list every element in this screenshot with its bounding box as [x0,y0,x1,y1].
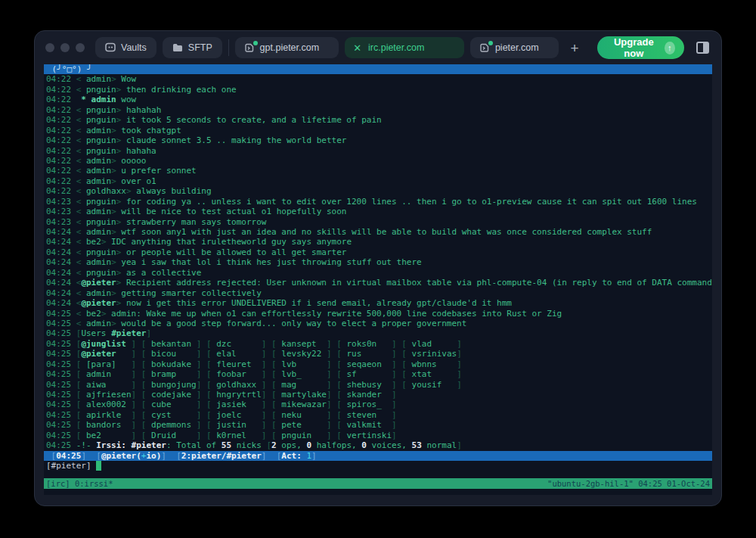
chat-line: 04:22 < pnguin> claude sonnet 3.5 .. mak… [44,135,712,145]
chat-line: 04:22 < admin> took chatgpt [44,126,712,135]
upgrade-now-button[interactable]: Upgrade now ↑ [597,36,684,59]
chat-line: 04:23 < admin> will be nice to test actu… [44,207,712,216]
tmux-session-window: [irc] 0:irssi* [46,478,113,489]
close-icon[interactable]: ✕ [353,42,361,54]
vault-icon [105,42,116,53]
chat-line: 04:23 < pnguin> for coding ya .. unless … [44,197,712,207]
chat-line: 04:22 < pnguin> it took 5 seconds to cre… [44,115,712,125]
host-icon [245,43,255,53]
chat-line: 04:25 [ aiwa ] [ bungojung] [ goldhaxx ]… [44,380,712,390]
tab-label: gpt.pieter.com [260,42,320,53]
tab-vaults[interactable]: Vaults [95,37,156,58]
terminal-app-window: Vaults SFTP gpt.pieter.com ✕ irc.pieter.… [34,30,722,506]
chat-line: 04:22 < pnguin> hahaha [44,146,712,156]
chat-line: 04:22 < pnguin> then drinking each one [44,85,712,95]
chat-line: 04:25 < admin> would be a good step forw… [44,319,712,328]
chat-line: 04:25 < be2> admin: Wake me up when o1 c… [44,309,712,319]
chat-line: 04:24 < admin> wtf soon any1 with just a… [44,227,712,237]
chat-line: 04:24 <@pieter> Recipient address reject… [44,278,712,288]
chat-line: 04:22 < admin> over o1 [44,176,712,186]
window-close-button[interactable] [45,43,54,52]
chat-line: 04:22 * admin wow [44,95,712,104]
window-minimize-button[interactable] [60,43,70,52]
chat-line: 04:25 [ [para] ] [ bokudake ] [ fleuret … [44,359,712,369]
chat-line: 04:22 < goldhaxx> always building [44,186,712,196]
chat-line: 04:22 < admin> Wow [44,74,712,84]
upgrade-arrow-icon: ↑ [665,42,675,54]
tab-irc-pieter-com-active[interactable]: ✕ irc.pieter.com [345,37,464,58]
chat-line: 04:24 < be2> IDC anything that irulethew… [44,237,712,247]
chat-line: 04:25 [ be2 ] [ Druid ] [ k0rnel ] [ png… [44,431,712,440]
chat-line: 04:22 < admin> ooooo [44,156,712,166]
tmux-host-and-clock: "ubuntu-2gb-hil-1" 04:25 01-Oct-24 [547,478,710,489]
online-status-dot [253,41,258,45]
topic-bar: (╯°□°) ╯ [44,64,712,74]
tab-label: irc.pieter.com [368,42,424,53]
chat-line: 04:24 < admin> getting smarter collectiv… [44,288,712,298]
tab-gpt-pieter-com[interactable]: gpt.pieter.com [235,37,339,58]
chat-line: 04:24 < pnguin> or people will be allowe… [44,247,712,257]
irssi-status-bar: [04:25] [@pieter(+io)] [2:pieter/#pieter… [44,451,712,461]
chat-line: 04:25 [Users #pieter] [44,328,712,338]
online-status-dot [488,41,493,45]
chat-line: 04:25 [@junglist ] [ bekantan ] [ dzc ] … [44,339,712,349]
chat-line: 04:25 [ apirkle ] [ cyst ] [ joelc ] [ n… [44,410,712,420]
tmux-status-bar: [irc] 0:irssi* "ubuntu-2gb-hil-1" 04:25 … [44,478,712,489]
irc-input-line[interactable]: [#pieter] [44,461,712,471]
window-zoom-button[interactable] [76,43,85,52]
host-icon [480,43,490,53]
chat-line: 04:24 <@pieter> now i get this error UND… [44,298,712,308]
terminal-output: (╯°□°) ╯04:22 < admin> Wow04:22 < pnguin… [44,64,712,471]
upgrade-label: Upgrade now [609,36,659,59]
chat-line: 04:25 [ admin ] [ bramp ] [ foobar ] [ l… [44,369,712,379]
chat-line: 04:25 -!- Irssi: #pieter: Total of 55 ni… [44,440,712,450]
tab-divider [228,39,229,56]
irssi-terminal[interactable]: (╯°□°) ╯04:22 < admin> Wow04:22 < pnguin… [44,64,712,495]
chat-line: 04:24 < admin> yea i saw that lol i thin… [44,257,712,267]
chat-line: 04:22 < admin> u prefer sonnet [44,166,712,176]
sidebar-toggle-icon[interactable] [696,42,709,54]
tab-label: SFTP [188,42,212,53]
chat-line: 04:25 [ bandors ] [ dpemmons ] [ justin … [44,420,712,430]
tab-label: pieter.com [495,42,539,53]
chat-line: 04:25 [@pieter ] [ bicou ] [ elal ] [ le… [44,349,712,359]
tab-bar: Vaults SFTP gpt.pieter.com ✕ irc.pieter.… [35,31,721,64]
chat-line: 04:23 < pnguin> strawberry man says tomo… [44,217,712,227]
tab-sftp[interactable]: SFTP [163,37,222,58]
chat-line: 04:24 < pnguin> as a collective [44,268,712,278]
folder-icon [172,43,183,52]
window-controls[interactable] [45,43,85,52]
chat-line: 04:25 [ alex0002 ] [ cube ] [ jasiek ] [… [44,400,712,409]
tab-pieter-com[interactable]: pieter.com [470,37,559,58]
new-tab-button[interactable]: + [565,39,585,57]
tab-label: Vaults [121,42,147,53]
chat-line: 04:22 < pnguin> hahahah [44,105,712,115]
chat-line: 04:25 [ ajfriesen] [ codejake ] [ hngryt… [44,390,712,400]
